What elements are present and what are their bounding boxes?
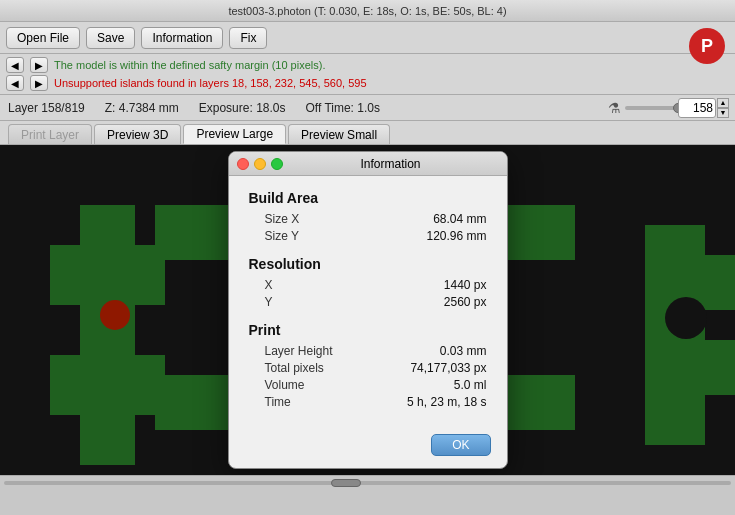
res-y-value: 2560 px: [444, 295, 487, 309]
layer-stepper: ▲ ▼: [717, 98, 729, 118]
layer-height-label: Layer Height: [249, 344, 333, 358]
modal-maximize-button[interactable]: [271, 158, 283, 170]
app-logo: P: [687, 26, 727, 66]
print-heading: Print: [249, 322, 487, 338]
z-value: Z: 4.7384 mm: [105, 101, 179, 115]
res-x-label: X: [249, 278, 273, 292]
ok-button[interactable]: OK: [431, 434, 490, 456]
volume-value: 5.0 ml: [454, 378, 487, 392]
status-bar: Layer 158/819 Z: 4.7384 mm Exposure: 18.…: [0, 95, 735, 121]
nav-fwd-2[interactable]: ▶: [30, 75, 48, 91]
resolution-heading: Resolution: [249, 256, 487, 272]
res-x-row: X 1440 px: [249, 278, 487, 292]
warnings-area: ◀ ▶ The model is within the defined saft…: [0, 54, 735, 95]
fix-button[interactable]: Fix: [229, 27, 267, 49]
layer-input[interactable]: [678, 98, 716, 118]
modal-title: Information: [283, 157, 499, 171]
traffic-lights: [237, 158, 283, 170]
canvas-scrollbar: [0, 475, 735, 489]
build-area-heading: Build Area: [249, 190, 487, 206]
nav-fwd-1[interactable]: ▶: [30, 57, 48, 73]
modal-footer: OK: [229, 426, 507, 468]
filter-area: ⚗: [608, 100, 685, 116]
total-pixels-value: 74,177,033 px: [410, 361, 486, 375]
total-pixels-row: Total pixels 74,177,033 px: [249, 361, 487, 375]
warning-text-2: Unsupported islands found in layers 18, …: [54, 77, 367, 89]
warning-row-1: ◀ ▶ The model is within the defined saft…: [6, 56, 729, 74]
filter-slider[interactable]: [625, 106, 685, 110]
modal-overlay: Information Build Area Size X 68.04 mm S…: [0, 145, 735, 475]
warning-row-2: ◀ ▶ Unsupported islands found in layers …: [6, 74, 729, 92]
time-label: Time: [249, 395, 291, 409]
volume-label: Volume: [249, 378, 305, 392]
size-y-value: 120.96 mm: [426, 229, 486, 243]
save-button[interactable]: Save: [86, 27, 135, 49]
size-x-label: Size X: [249, 212, 300, 226]
modal-close-button[interactable]: [237, 158, 249, 170]
layer-height-row: Layer Height 0.03 mm: [249, 344, 487, 358]
nav-back-2[interactable]: ◀: [6, 75, 24, 91]
off-time-value: Off Time: 1.0s: [305, 101, 379, 115]
modal-body: Build Area Size X 68.04 mm Size Y 120.96…: [229, 176, 507, 426]
size-y-label: Size Y: [249, 229, 299, 243]
res-y-label: Y: [249, 295, 273, 309]
layer-indicator: Layer 158/819: [8, 101, 85, 115]
res-x-value: 1440 px: [444, 278, 487, 292]
size-y-row: Size Y 120.96 mm: [249, 229, 487, 243]
modal-titlebar: Information: [229, 152, 507, 176]
layer-height-value: 0.03 mm: [440, 344, 487, 358]
window-title: test003-3.photon (T: 0.030, E: 18s, O: 1…: [228, 5, 506, 17]
toolbar: Open File Save Information Fix P: [0, 22, 735, 54]
filter-icon: ⚗: [608, 100, 621, 116]
res-y-row: Y 2560 px: [249, 295, 487, 309]
tab-preview-small[interactable]: Preview Small: [288, 124, 390, 144]
svg-text:P: P: [701, 36, 713, 56]
volume-row: Volume 5.0 ml: [249, 378, 487, 392]
nav-back-1[interactable]: ◀: [6, 57, 24, 73]
information-button[interactable]: Information: [141, 27, 223, 49]
size-x-value: 68.04 mm: [433, 212, 486, 226]
layer-input-area: ▲ ▼: [678, 98, 729, 118]
total-pixels-label: Total pixels: [249, 361, 324, 375]
time-value: 5 h, 23 m, 18 s: [407, 395, 486, 409]
information-modal: Information Build Area Size X 68.04 mm S…: [228, 151, 508, 469]
tab-print-layer[interactable]: Print Layer: [8, 124, 92, 144]
exposure-value: Exposure: 18.0s: [199, 101, 286, 115]
open-file-button[interactable]: Open File: [6, 27, 80, 49]
modal-minimize-button[interactable]: [254, 158, 266, 170]
canvas-area: Information Build Area Size X 68.04 mm S…: [0, 145, 735, 475]
title-bar: test003-3.photon (T: 0.030, E: 18s, O: 1…: [0, 0, 735, 22]
layer-step-up[interactable]: ▲: [717, 98, 729, 108]
scroll-track[interactable]: [4, 481, 731, 485]
layer-step-down[interactable]: ▼: [717, 108, 729, 118]
time-row: Time 5 h, 23 m, 18 s: [249, 395, 487, 409]
tab-preview-large[interactable]: Preview Large: [183, 124, 286, 144]
warning-text-1: The model is within the defined safty ma…: [54, 59, 325, 71]
size-x-row: Size X 68.04 mm: [249, 212, 487, 226]
tabs: Print Layer Preview 3D Preview Large Pre…: [0, 121, 735, 145]
scroll-thumb[interactable]: [331, 479, 361, 487]
tab-preview-3d[interactable]: Preview 3D: [94, 124, 181, 144]
